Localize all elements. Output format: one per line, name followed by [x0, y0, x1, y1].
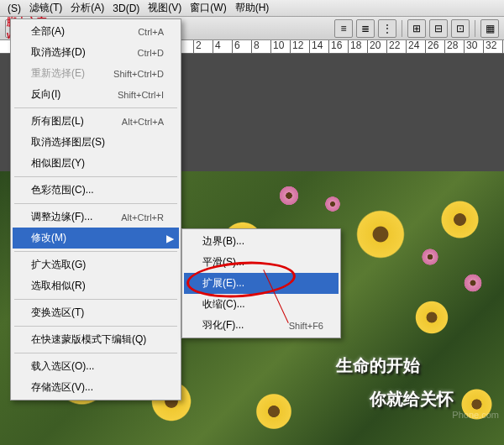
menu-item-label: 扩大选取(G) [31, 258, 86, 272]
menu-separator [14, 107, 177, 108]
ruler-tick: 32 [483, 40, 496, 54]
menu-item-label: 羽化(F)... [202, 318, 244, 332]
submenu-arrow-icon: ▶ [166, 233, 174, 244]
menu-shortcut: Shift+F6 [289, 321, 323, 331]
ruler-tick: 2 [193, 40, 202, 54]
menu-item-label: 边界(B)... [202, 234, 244, 249]
menu-item[interactable]: 反向(I)Shift+Ctrl+I [13, 84, 179, 105]
menu-item[interactable]: 修改(M)▶ [13, 228, 179, 249]
menu-shortcut: Ctrl+D [138, 48, 164, 58]
select-menu: 全部(A)Ctrl+A取消选择(D)Ctrl+D重新选择(E)Shift+Ctr… [10, 18, 181, 400]
menu-shortcut: Shift+Ctrl+I [118, 90, 164, 100]
menu-window[interactable]: 窗口(W) [186, 0, 230, 17]
menu-item-label: 收缩(C)... [202, 297, 245, 312]
menu-item[interactable]: 色彩范围(C)... [13, 180, 179, 201]
menu-item[interactable]: 羽化(F)...Shift+F6 [184, 315, 339, 336]
arrange-icon[interactable]: ▦ [480, 19, 499, 38]
ruler-tick: 18 [348, 40, 361, 54]
menu-shortcut: Alt+Ctrl+R [121, 212, 164, 222]
menu-item-label: 在快速蒙版模式下编辑(Q) [31, 332, 146, 347]
menu-separator [14, 176, 177, 177]
menu-item[interactable]: 边界(B)... [184, 231, 339, 252]
menu-separator [14, 203, 177, 204]
align-center-icon[interactable]: ≣ [356, 19, 375, 38]
ruler-tick: 16 [328, 40, 342, 54]
menu-item-label: 修改(M) [31, 231, 66, 245]
menu-analysis[interactable]: 分析(A) [66, 0, 108, 17]
menu-item[interactable]: 载入选区(O)... [13, 356, 179, 377]
menu-item[interactable]: 平滑(S)... [184, 252, 339, 273]
menu-item-label: 扩展(E)... [202, 276, 244, 291]
align-left-icon[interactable]: ≡ [334, 19, 353, 38]
menu-item[interactable]: 全部(A)Ctrl+A [13, 21, 179, 42]
menu-item-label: 调整边缘(F)... [31, 210, 92, 224]
caption-line1: 生命的开始 [336, 354, 420, 377]
distribute3-icon[interactable]: ⊡ [451, 19, 470, 38]
ruler-tick: 22 [386, 40, 400, 54]
menu-bar: (S) 滤镜(T) 分析(A) 3D(D) 视图(V) 窗口(W) 帮助(H) [0, 0, 504, 17]
menu-help[interactable]: 帮助(H) [231, 0, 274, 17]
menu-item[interactable]: 扩大选取(G) [13, 254, 179, 275]
menu-item[interactable]: 取消选择(D)Ctrl+D [13, 42, 179, 63]
menu-item-label: 取消选择(D) [31, 45, 86, 60]
menu-item-label: 平滑(S)... [202, 255, 244, 270]
caption-line2: 你就给关怀 [370, 388, 454, 411]
menu-shortcut: Alt+Ctrl+A [122, 117, 164, 127]
menu-separator [14, 251, 177, 252]
ruler-tick: 24 [406, 40, 419, 54]
ruler-tick: 4 [213, 40, 221, 54]
separator [402, 20, 402, 37]
separator [475, 20, 475, 37]
menu-item-label: 反向(I) [31, 87, 60, 102]
menu-item-label: 重新选择(E) [31, 66, 85, 81]
menu-item-label: 选取相似(R) [31, 279, 86, 293]
modify-submenu: 边界(B)...平滑(S)...扩展(E)...收缩(C)...羽化(F)...… [181, 228, 341, 338]
menu-separator [14, 299, 177, 300]
menu-item[interactable]: 存储选区(V)... [13, 377, 179, 398]
menu-item-label: 色彩范围(C)... [31, 183, 94, 197]
distribute1-icon[interactable]: ⊞ [407, 19, 426, 38]
menu-item[interactable]: 调整边缘(F)...Alt+Ctrl+R [13, 207, 179, 228]
menu-item[interactable]: 重新选择(E)Shift+Ctrl+D [13, 63, 179, 84]
menu-item-label: 所有图层(L) [31, 114, 84, 128]
menu-item[interactable]: 相似图层(Y) [13, 153, 179, 174]
menu-item-label: 相似图层(Y) [31, 156, 85, 170]
ruler-tick: 20 [367, 40, 381, 54]
menu-item-label: 取消选择图层(S) [31, 135, 105, 149]
menu-item[interactable]: 取消选择图层(S) [13, 132, 179, 153]
ruler-tick: 6 [232, 40, 240, 54]
menu-item[interactable]: 收缩(C)... [184, 294, 339, 315]
menu-item-label: 载入选区(O)... [31, 359, 94, 374]
menu-3d[interactable]: 3D(D) [108, 1, 144, 16]
menu-item[interactable]: 变换选区(T) [13, 302, 179, 323]
ruler-tick: 12 [290, 40, 303, 54]
menu-shortcut: Shift+Ctrl+D [113, 69, 164, 79]
menu-separator [14, 326, 177, 327]
ruler-tick: 26 [425, 40, 438, 54]
ruler-tick: 30 [464, 40, 477, 54]
menu-item-label: 全部(A) [31, 24, 65, 39]
menu-shortcut: Ctrl+A [138, 27, 164, 37]
menu-item[interactable]: 扩展(E)... [184, 273, 339, 294]
ruler-tick: 8 [251, 40, 260, 54]
ruler-tick: 28 [444, 40, 458, 54]
menu-item[interactable]: 在快速蒙版模式下编辑(Q) [13, 329, 179, 350]
ruler-tick: 14 [309, 40, 323, 54]
menu-item-label: 存储选区(V)... [31, 380, 93, 395]
distribute2-icon[interactable]: ⊟ [429, 19, 448, 38]
menu-view[interactable]: 视图(V) [144, 0, 186, 17]
ruler-tick: 10 [270, 40, 284, 54]
menu-item[interactable]: 选取相似(R) [13, 275, 179, 296]
menu-item-label: 变换选区(T) [31, 306, 84, 320]
watermark-corner: Phone.com [452, 410, 499, 420]
menu-item[interactable]: 所有图层(L)Alt+Ctrl+A [13, 111, 179, 132]
align-right-icon[interactable]: ⋮ [378, 19, 396, 38]
menu-separator [14, 353, 177, 353]
